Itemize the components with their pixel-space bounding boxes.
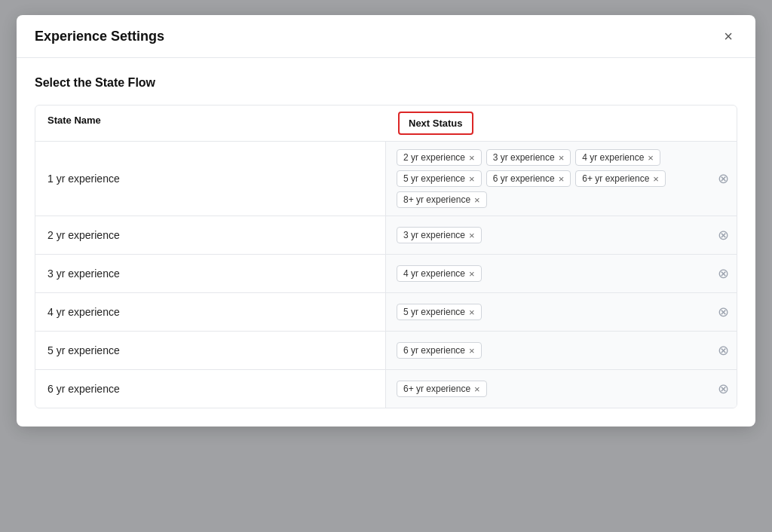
row-delete-button[interactable]: ⊗ [718,382,729,396]
tags-group: 6+ yr experience × [397,381,726,397]
tag-label: 6 yr experience [403,345,465,356]
row-delete-button[interactable]: ⊗ [718,172,729,185]
table-row: 6 yr experience 6+ yr experience × ⊗ [35,370,737,408]
state-name-cell: 2 yr experience [35,216,386,254]
tag-label: 8+ yr experience [403,194,470,205]
next-status-cell: 4 yr experience × ⊗ [386,255,737,292]
modal-body: Select the State Flow State Name Next St… [17,58,755,427]
state-name-cell: 5 yr experience [35,332,386,369]
state-flow-table: State Name Next Status 1 yr experience 2… [35,105,737,408]
tag-label: 3 yr experience [403,230,465,240]
tag-4yr: 4 yr experience × [575,149,660,166]
experience-settings-modal: Experience Settings × Select the State F… [17,15,755,427]
state-name-cell: 1 yr experience [35,142,386,216]
tag-5yr: 5 yr experience × [397,170,482,187]
tag-remove-button[interactable]: × [474,384,480,394]
next-status-cell: 5 yr experience × ⊗ [386,293,737,331]
tag-label: 3 yr experience [493,152,555,163]
tag-2yr: 2 yr experience × [397,149,482,166]
tags-group: 4 yr experience × [397,265,726,282]
tag-8plusyr: 8+ yr experience × [397,191,487,208]
next-status-cell: 2 yr experience × 3 yr experience × 4 yr… [386,142,737,216]
next-status-cell: 6 yr experience × ⊗ [386,332,737,369]
modal-overlay: Experience Settings × Select the State F… [0,0,772,532]
modal-title: Experience Settings [35,29,164,44]
state-name-label: 1 yr experience [47,173,120,185]
tag-6plusyr: 6+ yr experience × [575,170,666,187]
tag-remove-button[interactable]: × [559,174,565,184]
tag-label: 5 yr experience [403,307,465,317]
tags-group: 5 yr experience × [397,304,726,320]
tag-remove-button[interactable]: × [469,307,475,317]
state-name-label: 3 yr experience [47,268,120,280]
tag-remove-button[interactable]: × [469,346,475,356]
table-row: 2 yr experience 3 yr experience × ⊗ [35,216,737,255]
modal-header: Experience Settings × [17,15,755,58]
row-delete-button[interactable]: ⊗ [718,344,729,357]
row-delete-button[interactable]: ⊗ [718,305,729,319]
table-row: 5 yr experience 6 yr experience × ⊗ [35,332,737,370]
tag-6yr: 6 yr experience × [486,170,571,187]
col-header-state-name: State Name [35,105,386,141]
next-status-cell: 3 yr experience × ⊗ [386,216,737,254]
table-header: State Name Next Status [35,105,737,142]
tag-label: 4 yr experience [403,268,465,279]
tag-label: 5 yr experience [403,173,465,184]
tag-remove-button[interactable]: × [469,269,475,279]
tag-label: 4 yr experience [582,152,644,163]
state-name-cell: 6 yr experience [35,370,386,408]
tag-remove-button[interactable]: × [559,153,565,163]
tag-3yr: 3 yr experience × [486,149,571,166]
tag-remove-button[interactable]: × [653,174,659,184]
row-delete-button[interactable]: ⊗ [718,228,729,242]
tag-6yr: 6 yr experience × [397,342,482,359]
tag-remove-button[interactable]: × [469,231,475,240]
tag-remove-button[interactable]: × [469,153,475,163]
row-delete-button[interactable]: ⊗ [718,267,729,280]
tag-remove-button[interactable]: × [648,153,654,163]
table-row: 1 yr experience 2 yr experience × 3 yr e… [35,142,737,216]
tag-3yr: 3 yr experience × [397,227,482,243]
tags-group: 2 yr experience × 3 yr experience × 4 yr… [397,149,706,208]
tag-6plusyr: 6+ yr experience × [397,381,487,397]
state-name-label: 5 yr experience [47,344,120,356]
tags-group: 3 yr experience × [397,227,726,243]
state-name-cell: 4 yr experience [35,293,386,331]
tag-label: 6+ yr experience [403,384,470,394]
close-button[interactable]: × [719,27,737,45]
col-header-next-status-wrap: Next Status [386,105,737,141]
tag-label: 6+ yr experience [582,173,649,184]
section-title: Select the State Flow [35,76,737,90]
tag-label: 2 yr experience [403,152,465,163]
table-row: 4 yr experience 5 yr experience × ⊗ [35,293,737,332]
tag-remove-button[interactable]: × [469,174,475,184]
table-row: 3 yr experience 4 yr experience × ⊗ [35,255,737,293]
tag-label: 6 yr experience [493,173,555,184]
tag-remove-button[interactable]: × [474,195,480,205]
state-name-label: 2 yr experience [47,229,120,241]
tags-group: 6 yr experience × [397,342,726,359]
state-name-label: 4 yr experience [47,306,120,318]
tag-5yr: 5 yr experience × [397,304,482,320]
next-status-cell: 6+ yr experience × ⊗ [386,370,737,408]
state-name-label: 6 yr experience [47,383,120,395]
tag-4yr: 4 yr experience × [397,265,482,282]
col-header-next-status: Next Status [398,112,473,135]
state-name-cell: 3 yr experience [35,255,386,292]
